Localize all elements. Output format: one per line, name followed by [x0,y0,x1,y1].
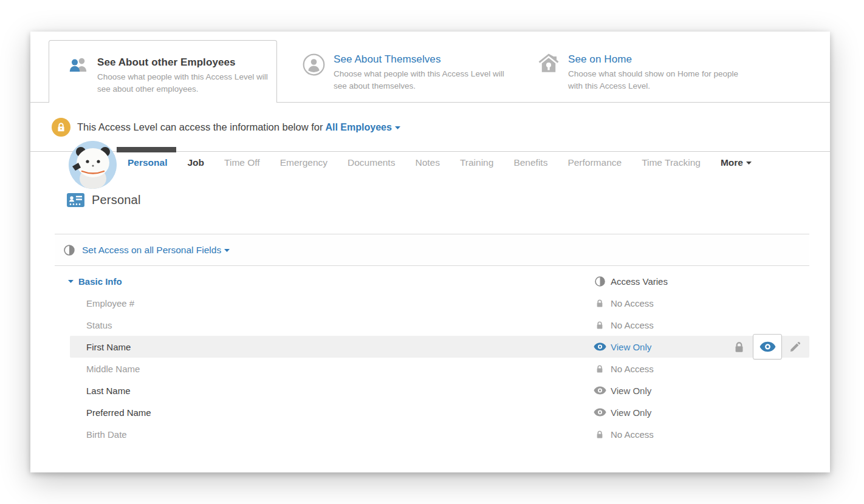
section-heading: Personal [67,193,141,207]
tab-emergency[interactable]: Emergency [280,157,327,168]
id-card-icon [67,193,84,207]
eye-icon [592,386,607,395]
tab-time-off[interactable]: Time Off [224,157,260,168]
group-label: Basic Info [78,276,122,287]
access-status-label: View Only [611,342,651,352]
view-tab-description: Choose what people with this Access Leve… [334,68,510,93]
access-status-label: No Access [611,320,654,330]
access-status: No Access [592,320,654,330]
tab-training[interactable]: Training [460,157,493,168]
field-row-birth-date[interactable]: Birth DateNo Access [55,423,809,445]
field-row-last-name[interactable]: Last NameView Only [55,380,809,401]
view-tab-title: See About other Employees [97,56,236,68]
access-action-buttons [733,334,801,359]
row-highlight [70,336,809,358]
field-row-first-name[interactable]: First NameView Only [55,336,809,358]
view-tab-description: Choose what people with this Access Leve… [97,71,273,96]
eye-icon [592,408,607,417]
access-status-label: No Access [611,429,654,440]
access-status: View Only [592,386,651,396]
access-status: Access Varies [592,276,668,287]
tab-label: Notes [415,157,440,168]
lock-icon [592,299,607,308]
tab-label: Performance [567,157,622,168]
lock-icon [733,341,745,353]
view-tab-title: See About Themselves [334,53,441,65]
active-tab-indicator [117,147,176,152]
chevron-down-icon [746,162,752,165]
field-label: First Name [86,342,131,352]
tab-personal[interactable]: Personal [128,157,167,168]
access-status: No Access [592,429,654,440]
field-row-middle-name[interactable]: Middle NameNo Access [55,358,809,380]
field-row-status[interactable]: StatusNo Access [55,314,809,336]
tab-performance[interactable]: Performance [567,157,622,168]
view-tab-description: Choose what should show on Home for peop… [568,68,744,93]
employee-scope-dropdown[interactable]: All Employees [325,122,400,133]
half-circle-icon [64,245,75,256]
set-access-bar: Set Access on all Personal Fields [55,234,809,266]
section-tabs: PersonalJobTime OffEmergencyDocumentsNot… [128,157,752,168]
no-access-button[interactable] [733,341,745,353]
access-status-label: No Access [611,298,654,308]
lock-icon [592,430,607,439]
set-access-dropdown[interactable]: Set Access on all Personal Fields [82,245,230,256]
access-status: No Access [592,364,654,374]
field-row-employee[interactable]: Employee #No Access [55,292,809,314]
access-status-label: No Access [611,364,654,374]
access-status: View Only [592,407,651,418]
chevron-down-icon [224,249,230,252]
lock-icon [592,321,607,330]
field-row-preferred-name[interactable]: Preferred NameView Only [55,401,809,423]
tab-more[interactable]: More [721,157,752,168]
field-label: Birth Date [86,429,127,440]
tab-time-tracking[interactable]: Time Tracking [642,157,701,168]
tab-see-about-other-employees[interactable]: See About other Employees Choose what pe… [49,40,277,103]
home-lock-icon [538,53,560,73]
access-status-label: View Only [611,386,651,396]
tab-documents[interactable]: Documents [348,157,395,168]
tab-label: Emergency [280,157,327,168]
access-level-settings-panel: See About other Employees Choose what pe… [30,32,830,472]
edit-access-button[interactable] [790,341,801,352]
dropdown-label: All Employees [325,122,391,132]
field-label: Last Name [86,386,131,396]
field-label: Middle Name [86,364,140,374]
tab-label: More [721,157,743,168]
pencil-icon [790,341,801,352]
tab-label: Time Tracking [642,157,701,168]
tab-job[interactable]: Job [187,157,204,168]
half-circle-icon [592,276,607,287]
field-group-row-basic-info[interactable]: Basic InfoAccess Varies [55,270,809,292]
tab-label: Training [460,157,493,168]
person-circle-icon [303,53,325,76]
view-only-button-selected[interactable] [753,334,782,359]
tab-see-on-home[interactable]: See on Home Choose what should show on H… [538,53,744,93]
access-scope-banner: This Access Level can access the informa… [52,118,400,137]
tab-benefits[interactable]: Benefits [513,157,547,168]
page-background: See About other Employees Choose what pe… [0,0,864,504]
eye-icon [759,341,776,352]
tab-see-about-themselves[interactable]: See About Themselves Choose what people … [303,53,510,93]
field-label: Status [86,320,112,330]
access-status: View Only [592,342,651,352]
field-label: Preferred Name [86,407,151,418]
tab-notes[interactable]: Notes [415,157,440,168]
access-status-label: Access Varies [611,276,668,287]
people-icon [69,58,89,72]
gold-lock-icon [52,118,70,137]
fields-table: Basic InfoAccess VariesEmployee #No Acce… [55,270,809,445]
access-status: No Access [592,298,654,308]
collapse-caret-icon[interactable] [68,280,74,283]
avatar [69,141,117,189]
tab-label: Benefits [513,157,547,168]
eye-icon [592,342,607,351]
tab-label: Time Off [224,157,260,168]
access-status-label: View Only [611,407,651,418]
tab-label: Personal [128,157,167,168]
field-label: Employee # [86,298,134,308]
chevron-down-icon [395,126,400,129]
tab-label: Job [187,157,204,168]
banner-text: This Access Level can access the informa… [77,121,323,133]
lock-icon [592,364,607,373]
